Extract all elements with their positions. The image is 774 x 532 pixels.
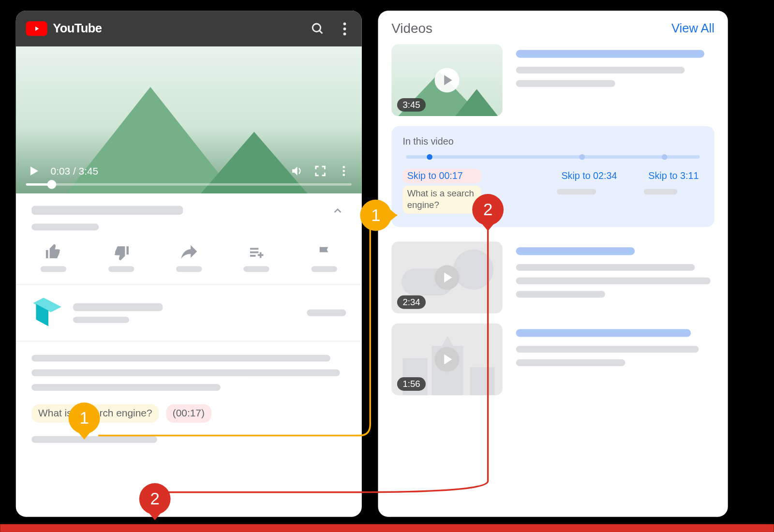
video-more-icon[interactable]: [337, 164, 351, 178]
more-icon[interactable]: [337, 21, 352, 36]
like-icon[interactable]: [42, 244, 65, 261]
search-results-panel: Videos View All 3:45 In this video: [378, 11, 728, 517]
video-result[interactable]: 2:34: [391, 241, 714, 313]
duration-badge: 1:56: [397, 377, 426, 391]
youtube-panel: YouTube 0:03 / 3:45: [16, 11, 362, 517]
videos-heading: Videos: [391, 21, 432, 36]
key-moments-card: In this video Skip to 00:17 What is a se…: [391, 126, 714, 227]
dislike-icon[interactable]: [109, 244, 133, 261]
annotation-2-right: 2: [472, 194, 504, 225]
chapter-time-pill[interactable]: (00:17): [166, 404, 211, 423]
fullscreen-icon[interactable]: [313, 164, 327, 178]
video-actions: [16, 236, 362, 285]
video-result[interactable]: 1:56: [391, 323, 714, 395]
youtube-header: YouTube: [16, 11, 362, 46]
video-thumbnail: 2:34: [391, 241, 502, 313]
skip-link[interactable]: Skip to 00:17: [402, 169, 481, 183]
video-subtitle-placeholder: [31, 223, 99, 230]
view-all-link[interactable]: View All: [671, 21, 714, 36]
annotation-1-right: 1: [360, 200, 391, 231]
bottom-accent-bar: [0, 524, 774, 532]
key-moments-track[interactable]: [406, 155, 700, 159]
volume-icon[interactable]: [290, 164, 303, 178]
video-player[interactable]: 0:03 / 3:45: [16, 46, 362, 193]
channel-row[interactable]: [16, 285, 362, 341]
youtube-logo-icon: [26, 21, 47, 36]
svg-line-1: [319, 30, 322, 33]
play-icon[interactable]: [27, 164, 41, 178]
video-time: 0:03 / 3:45: [51, 165, 99, 177]
skip-link[interactable]: Skip to 3:11: [644, 169, 703, 183]
annotation-2-left: 2: [139, 483, 171, 515]
video-result[interactable]: 3:45: [391, 44, 714, 116]
duration-badge: 3:45: [397, 98, 426, 112]
duration-badge: 2:34: [397, 295, 426, 309]
progress-bar[interactable]: [26, 183, 352, 186]
search-icon[interactable]: [310, 21, 325, 36]
skip-link[interactable]: Skip to 02:34: [557, 169, 622, 183]
share-icon[interactable]: [177, 244, 201, 261]
key-moments-label: In this video: [402, 136, 703, 148]
channel-avatar-icon: [31, 297, 63, 328]
chapter-label: What is a search engine?: [402, 186, 481, 213]
video-thumbnail: 3:45: [391, 44, 502, 116]
annotation-1-left: 1: [69, 402, 100, 434]
svg-point-0: [313, 24, 320, 31]
flag-icon[interactable]: [313, 244, 336, 261]
video-description: What is a search engine? (00:17): [16, 341, 362, 457]
collapse-icon[interactable]: [331, 205, 343, 220]
save-icon[interactable]: [245, 244, 268, 261]
youtube-wordmark: YouTube: [53, 21, 102, 36]
video-title-placeholder: [31, 206, 183, 215]
video-thumbnail: 1:56: [391, 323, 502, 395]
